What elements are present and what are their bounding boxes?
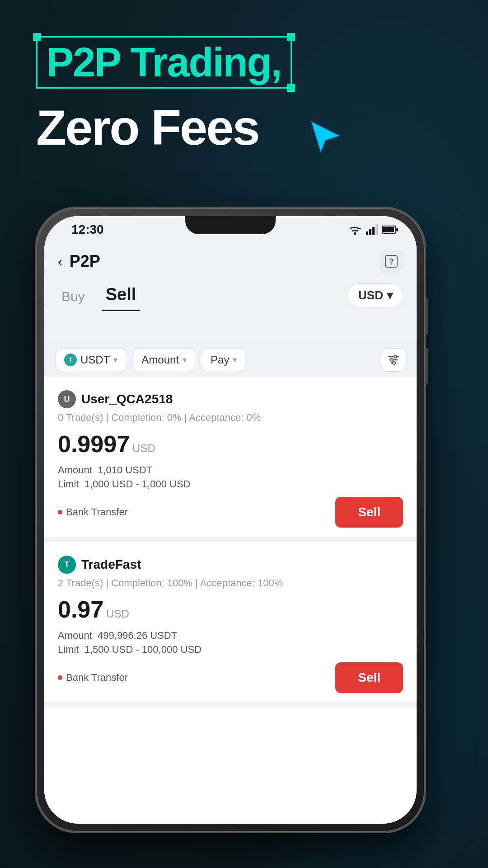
phone-screen: 12:30 (44, 216, 417, 824)
app-header: ‹ P2P ? (44, 243, 417, 279)
currency-chevron-icon: ▾ (387, 288, 393, 302)
trader-stats: 2 Trade(s) | Completion: 100% | Acceptan… (58, 577, 403, 589)
crypto-chevron-icon: ▾ (113, 355, 117, 365)
svg-rect-4 (372, 227, 375, 235)
svg-text:?: ? (389, 257, 394, 266)
svg-marker-0 (312, 122, 339, 151)
power-button (425, 298, 428, 335)
avatar: T (58, 556, 76, 574)
back-chevron-icon: ‹ (58, 253, 63, 270)
help-icon: ? (385, 255, 398, 268)
payment-method: Bank Transfer (58, 506, 128, 518)
trade-card: U User_QCA2518 0 Trade(s) | Completion: … (44, 377, 417, 542)
tab-sell[interactable]: Sell (102, 279, 140, 311)
trader-name: TradeFast (81, 557, 141, 572)
signal-icon (366, 224, 379, 235)
battery-icon (382, 225, 399, 234)
crypto-filter[interactable]: T USDT ▾ (56, 349, 126, 371)
limit-detail: Limit 1,500 USD - 100,000 USD (58, 644, 403, 656)
sell-button-2[interactable]: Sell (335, 662, 403, 693)
svg-point-16 (393, 362, 395, 364)
advanced-filter-button[interactable] (382, 348, 405, 372)
amount-filter[interactable]: Amount ▾ (133, 349, 195, 371)
price-currency: USD (106, 608, 129, 620)
phone-mockup: 12:30 (36, 208, 425, 832)
selection-box: P2P Trading, (36, 36, 292, 89)
trader-header: T TradeFast (58, 556, 403, 574)
trade-details: Amount 499,996.26 USDT Limit 1,500 USD -… (58, 630, 403, 656)
tab-buy[interactable]: Buy (58, 283, 89, 311)
trader-header: U User_QCA2518 (58, 390, 403, 408)
svg-rect-8 (383, 227, 394, 232)
currency-selector[interactable]: USD ▾ (348, 283, 403, 307)
trade-tabs: Buy Sell USD ▾ (44, 279, 417, 311)
limit-detail: Limit 1,000 USD - 1,000 USD (58, 478, 403, 490)
handle-br (287, 84, 295, 92)
back-button[interactable]: ‹ P2P (58, 252, 100, 271)
svg-rect-7 (396, 228, 398, 231)
amount-detail: Amount 499,996.26 USDT (58, 630, 403, 642)
usdt-icon: T (64, 354, 77, 366)
svg-point-1 (354, 233, 357, 235)
price-row: 0.9997 USD (58, 430, 403, 458)
filter-icon (387, 354, 400, 366)
status-time: 12:30 (71, 222, 104, 237)
status-icons (348, 224, 399, 236)
handle-tr (287, 33, 295, 41)
headline-zero: Zero Fees (36, 99, 259, 155)
price-value: 0.9997 (58, 430, 130, 458)
notch (185, 216, 276, 234)
svg-rect-3 (369, 229, 371, 235)
svg-rect-5 (375, 224, 378, 235)
svg-point-14 (394, 355, 397, 358)
wifi-icon (348, 224, 362, 236)
header-area: P2P Trading, Zero Fees (36, 36, 292, 155)
payment-method: Bank Transfer (58, 672, 128, 684)
svg-point-15 (390, 359, 393, 361)
price-currency: USD (132, 442, 155, 455)
svg-rect-2 (366, 231, 368, 235)
price-value: 0.97 (58, 596, 103, 623)
trade-card-bottom: Bank Transfer Sell (58, 497, 403, 528)
pay-label: Pay (211, 354, 229, 366)
headline-p2p: P2P Trading, (47, 40, 282, 85)
crypto-label: USDT (80, 354, 110, 366)
phone-outer: 12:30 (36, 208, 425, 832)
trader-name: User_QCA2518 (81, 392, 173, 406)
pay-filter[interactable]: Pay ▾ (202, 349, 245, 371)
amount-chevron-icon: ▾ (183, 355, 187, 365)
amount-detail: Amount 1,010 USDT (58, 464, 403, 476)
price-row: 0.97 USD (58, 596, 403, 623)
handle-tl (33, 33, 41, 41)
amount-label: Amount (141, 354, 179, 366)
help-button[interactable]: ? (380, 250, 403, 273)
pay-chevron-icon: ▾ (233, 355, 237, 365)
currency-value: USD (358, 288, 383, 302)
filter-row: T USDT ▾ Amount ▾ Pay ▾ (44, 343, 417, 377)
page-title: P2P (70, 252, 100, 271)
avatar: U (58, 390, 76, 408)
trader-stats: 0 Trade(s) | Completion: 0% | Acceptance… (58, 412, 403, 424)
listings-area: U User_QCA2518 0 Trade(s) | Completion: … (44, 377, 417, 824)
trade-card: T TradeFast 2 Trade(s) | Completion: 100… (44, 542, 417, 708)
volume-button (425, 348, 428, 384)
trade-card-bottom: Bank Transfer Sell (58, 662, 403, 693)
payment-dot (58, 675, 62, 680)
payment-dot (58, 510, 62, 514)
sell-button-1[interactable]: Sell (335, 497, 403, 528)
trade-details: Amount 1,010 USDT Limit 1,000 USD - 1,00… (58, 464, 403, 490)
